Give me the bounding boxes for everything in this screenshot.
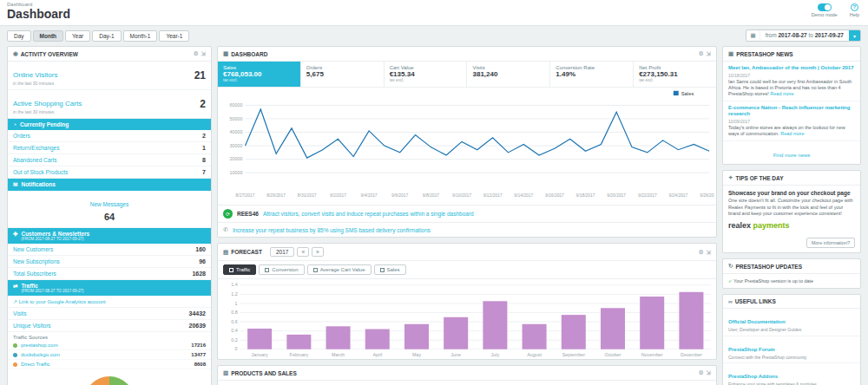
svg-text:August: August bbox=[527, 353, 542, 356]
traffic-icon: ⇄ bbox=[13, 283, 17, 290]
year-selector[interactable]: 2017 bbox=[270, 247, 294, 257]
visits-value: 34432 bbox=[189, 310, 206, 316]
online-visitors-link[interactable]: Online Visitors bbox=[13, 71, 57, 79]
svg-text:20000: 20000 bbox=[230, 157, 243, 162]
abandoned-carts-link[interactable]: Abandoned Carts bbox=[13, 157, 57, 163]
date-range-picker[interactable]: ▦ from 2017-08-27 to 2017-09-27 ▾ bbox=[746, 29, 861, 42]
toggle-sales[interactable]: Sales bbox=[374, 264, 406, 275]
new-messages-link[interactable]: New Messages bbox=[90, 201, 128, 207]
range-month-1-button[interactable]: Month-1 bbox=[123, 30, 158, 42]
unique-visitors-link[interactable]: Unique Visitors bbox=[13, 323, 51, 329]
out-of-stock-link[interactable]: Out of Stock Products bbox=[13, 169, 68, 175]
news-icon: ▣ bbox=[728, 50, 733, 57]
svg-text:9/8/2017: 9/8/2017 bbox=[423, 193, 439, 198]
gear-icon[interactable]: ⚙ bbox=[699, 249, 704, 256]
demo-mode-toggle-icon[interactable] bbox=[818, 3, 832, 11]
checkbox-icon bbox=[265, 268, 269, 272]
source-link-1[interactable]: prestashop.com bbox=[21, 343, 187, 348]
dashboard-content: ◉ ACTIVITY OVERVIEW ⚙ ⇲ Online Visitors … bbox=[0, 43, 868, 385]
gear-icon[interactable]: ⚙ bbox=[194, 50, 199, 57]
sms-banner: ✆ Increase your repeat business by 85% u… bbox=[218, 222, 716, 237]
tips-of-the-day-panel: ✦ TIPS OF THE DAY Showcase your brand on… bbox=[722, 170, 861, 253]
source-link-2[interactable]: duckduckgo.com bbox=[21, 352, 187, 357]
new-messages-block: New Messages 64 bbox=[8, 191, 211, 228]
new-customers-link[interactable]: New Customers bbox=[13, 246, 53, 252]
kpi-sales[interactable]: Sales €768,053.00 tax excl. bbox=[218, 62, 301, 87]
next-year-button[interactable]: » bbox=[312, 247, 324, 257]
svg-text:60000: 60000 bbox=[230, 102, 243, 108]
expand-icon[interactable]: ⇲ bbox=[707, 249, 711, 256]
kpi-cart-value[interactable]: Cart Value €135.34 tax excl. bbox=[385, 62, 468, 87]
toggle-average-cart-value[interactable]: Average Cart Value bbox=[307, 264, 372, 275]
kpi-conversion-rate[interactable]: Conversion Rate 1.49% bbox=[550, 62, 634, 87]
google-analytics-link[interactable]: Link to your Google Analytics account bbox=[19, 299, 106, 304]
read-more-link[interactable]: Read more bbox=[780, 131, 804, 136]
range-day-button[interactable]: Day bbox=[7, 30, 31, 42]
notifications-header: ✉ Notifications bbox=[8, 179, 211, 191]
prestashop-addons-link[interactable]: PrestaShop Addons bbox=[728, 374, 778, 379]
pending-orders-link[interactable]: Orders bbox=[13, 133, 30, 139]
help-button[interactable]: ? Help bbox=[850, 3, 859, 17]
svg-text:9/22/2017: 9/22/2017 bbox=[638, 193, 657, 198]
kpi-visits[interactable]: Visits 381,240 bbox=[467, 62, 550, 87]
svg-text:30000: 30000 bbox=[230, 143, 243, 148]
svg-text:8/31/2017: 8/31/2017 bbox=[298, 193, 317, 198]
svg-text:1.2: 1.2 bbox=[231, 292, 238, 296]
out-of-stock-row: Out of Stock Products 7 bbox=[8, 166, 211, 179]
date-toolbar: Day Month Year Day-1 Month-1 Year-1 ▦ fr… bbox=[0, 26, 868, 43]
updates-status-text: Your PrestaShop version is up to date bbox=[733, 278, 813, 284]
expand-icon[interactable]: ⇲ bbox=[707, 369, 711, 376]
activity-overview-panel: ◉ ACTIVITY OVERVIEW ⚙ ⇲ Online Visitors … bbox=[7, 46, 212, 385]
gear-icon[interactable]: ⚙ bbox=[699, 50, 704, 57]
svg-text:9/12/2017: 9/12/2017 bbox=[483, 193, 503, 198]
active-carts-link[interactable]: Active Shopping Carts bbox=[13, 100, 82, 108]
svg-text:September: September bbox=[562, 353, 586, 356]
news-item-title[interactable]: E-commerce Nation - Reach influencer mar… bbox=[728, 105, 855, 118]
demo-mode-control[interactable]: Demo mode bbox=[812, 3, 838, 17]
range-month-button[interactable]: Month bbox=[33, 30, 64, 42]
new-subscriptions-link[interactable]: New Subscriptions bbox=[13, 258, 60, 264]
check-icon: ✓ bbox=[728, 278, 733, 284]
useful-link-item: PrestaShop Forum Connect with the Presta… bbox=[723, 336, 860, 364]
useful-link-desc: Enhance your store with templates & modu… bbox=[728, 382, 855, 385]
range-day-1-button[interactable]: Day-1 bbox=[92, 30, 121, 42]
range-year-button[interactable]: Year bbox=[65, 30, 90, 42]
updates-icon: ↻ bbox=[728, 263, 733, 270]
read-more-link[interactable]: Read more bbox=[770, 91, 793, 96]
toggle-traffic[interactable]: Traffic bbox=[223, 264, 256, 275]
date-apply-button[interactable]: ▾ bbox=[849, 30, 860, 41]
official-documentation-link[interactable]: Official Documentation bbox=[728, 319, 786, 324]
toggle-conversion[interactable]: Conversion bbox=[259, 264, 304, 275]
find-more-news-link[interactable]: Find more news bbox=[773, 153, 811, 158]
source-dot-blue bbox=[13, 353, 17, 357]
prestashop-forum-link[interactable]: PrestaShop Forum bbox=[728, 347, 775, 352]
range-year-1-button[interactable]: Year-1 bbox=[159, 30, 189, 42]
prev-year-button[interactable]: « bbox=[297, 247, 309, 257]
new-messages-count: 64 bbox=[13, 212, 206, 222]
svg-text:0: 0 bbox=[235, 348, 238, 351]
expand-icon[interactable]: ⇲ bbox=[707, 50, 711, 57]
rees46-banner: ⟳ REES46 Attract visitors, convert visit… bbox=[218, 205, 716, 222]
external-link-icon: ↗ bbox=[13, 299, 17, 304]
news-item-date: 10/18/2017 bbox=[728, 73, 855, 78]
forecast-icon: ▤ bbox=[223, 249, 228, 256]
svg-text:October: October bbox=[604, 353, 621, 356]
svg-text:0.4: 0.4 bbox=[231, 330, 238, 333]
active-carts-value: 2 bbox=[200, 98, 206, 110]
gear-icon[interactable]: ⚙ bbox=[699, 369, 704, 376]
pending-icon: ◔ bbox=[13, 121, 16, 127]
source-link-3[interactable]: Direct Traffic bbox=[21, 362, 191, 367]
rees46-banner-link[interactable]: Attract visitors, convert visits and ind… bbox=[263, 211, 474, 217]
more-information-button[interactable]: More information? bbox=[806, 238, 855, 248]
kpi-orders[interactable]: Orders 5,675 bbox=[301, 62, 385, 87]
svg-text:9/10/2017: 9/10/2017 bbox=[452, 193, 471, 198]
total-subscribers-link[interactable]: Total Subscribers bbox=[13, 271, 56, 277]
news-item-title[interactable]: Meet Ian, Ambassador of the month | Octo… bbox=[728, 65, 855, 72]
tip-icon: ✦ bbox=[728, 174, 733, 181]
useful-link-item: PrestaShop Addons Enhance your store wit… bbox=[723, 363, 860, 385]
visits-link[interactable]: Visits bbox=[13, 310, 26, 316]
kpi-net-profit[interactable]: Net Profit €273,150.31 tax excl. bbox=[634, 62, 716, 87]
expand-icon[interactable]: ⇲ bbox=[201, 50, 206, 57]
pending-returns-link[interactable]: Return/Exchanges bbox=[13, 145, 59, 151]
sms-banner-link[interactable]: Increase your repeat business by 85% usi… bbox=[233, 227, 431, 233]
